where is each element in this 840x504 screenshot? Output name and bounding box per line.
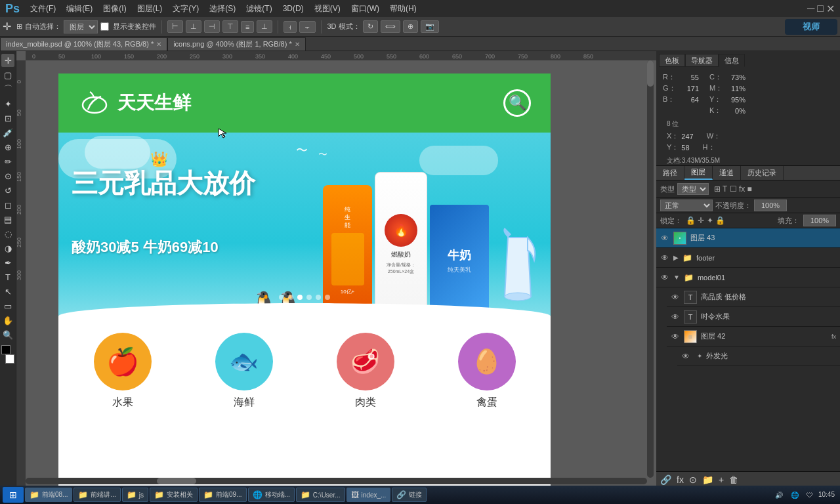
eye-model01[interactable]: 👁 — [660, 273, 669, 282]
align-bottom-btn[interactable]: ⊥ — [257, 20, 272, 33]
dot-3[interactable] — [297, 295, 303, 300]
eye-outer-glow[interactable]: 👁 — [681, 352, 690, 361]
category-seafood[interactable]: 🐟 海鲜 — [183, 326, 304, 416]
dot-5[interactable] — [316, 295, 321, 300]
scroll-x[interactable] — [26, 478, 647, 484]
align-right-btn[interactable]: ⊣ — [204, 20, 220, 33]
align-vmid-btn[interactable]: ≡ — [241, 21, 254, 33]
menu-text[interactable]: 文字(Y) — [167, 0, 204, 17]
hand-tool[interactable]: ✋ — [1, 314, 14, 327]
opacity-input[interactable] — [754, 200, 787, 211]
layer-item-42[interactable]: 👁 ▧ 图层 42 fx — [667, 327, 840, 346]
brush-tool[interactable]: ✏ — [1, 155, 14, 168]
layers-tab-layers[interactable]: 图层 — [684, 166, 713, 180]
layer-select[interactable]: 图层 — [64, 20, 98, 33]
eye-seasonal[interactable]: 👁 — [671, 312, 680, 322]
layer-item-outer-glow[interactable]: 👁 ✦ 外发光 — [677, 346, 840, 366]
layer-new-action[interactable]: + — [719, 474, 724, 485]
zoom-tool[interactable]: 🔍 — [1, 328, 14, 341]
tab-close-0[interactable]: ✕ — [156, 41, 161, 48]
arrow-footer[interactable]: ▶ — [673, 254, 679, 261]
taskbar-browser[interactable]: 🌐 移动端... — [248, 488, 295, 502]
crop-tool[interactable]: ⊡ — [1, 112, 14, 125]
start-button[interactable]: ⊞ — [3, 487, 24, 503]
background-color[interactable] — [5, 354, 14, 364]
show-transform-checkbox[interactable] — [100, 22, 109, 31]
3d-zoom-btn[interactable]: ⊕ — [403, 20, 418, 33]
eye-42[interactable]: 👁 — [671, 332, 680, 341]
layer-item-model01[interactable]: 👁 ▼ 📁 model01 — [656, 268, 840, 287]
layer-link-action[interactable]: 🔗 — [660, 474, 671, 485]
menu-file[interactable]: 文件(F) — [25, 0, 61, 17]
taskbar-folder-1[interactable]: 📁 前端08... — [25, 488, 72, 502]
layers-tab-paths[interactable]: 路径 — [656, 166, 684, 180]
menu-layer[interactable]: 图层(L) — [132, 0, 168, 17]
gradient-tool[interactable]: ▤ — [1, 213, 14, 226]
tab-swatches[interactable]: 色板 — [659, 54, 685, 67]
align-center-btn[interactable]: ⊥ — [186, 20, 201, 33]
fill-input[interactable] — [803, 215, 836, 226]
blend-mode-select[interactable]: 正常 — [660, 200, 713, 211]
path-select-tool[interactable]: ↖ — [1, 285, 14, 298]
dot-2[interactable] — [288, 295, 293, 300]
heal-tool[interactable]: ⊕ — [1, 140, 14, 154]
dot-4[interactable] — [306, 295, 312, 300]
eye-43[interactable]: 👁 — [660, 234, 669, 243]
layer-item-footer[interactable]: 👁 ▶ 📁 footer — [656, 248, 840, 268]
taskbar-folder-4[interactable]: 📁 安装相关 — [150, 488, 198, 502]
menu-view[interactable]: 视图(V) — [309, 0, 346, 17]
taskbar-folder-5[interactable]: 📁 前端09... — [199, 488, 246, 502]
layer-delete-action[interactable]: 🗑 — [729, 474, 738, 485]
taskbar-folder-2[interactable]: 📁 前端讲... — [74, 488, 120, 502]
menu-help[interactable]: 帮助(H) — [385, 0, 422, 17]
dist-horiz-btn[interactable]: ⫞ — [284, 21, 297, 33]
blur-tool[interactable]: ◌ — [1, 227, 14, 240]
close-button[interactable]: ✕ — [826, 3, 835, 15]
3d-pan-btn[interactable]: ⟺ — [381, 20, 400, 33]
dist-vert-btn[interactable]: ⫟ — [299, 21, 316, 33]
dot-6[interactable] — [325, 295, 330, 300]
taskbar-folder-3[interactable]: 📁 js — [122, 488, 148, 502]
tray-security[interactable]: 🛡 — [804, 492, 816, 499]
eraser-tool[interactable]: ◻ — [1, 198, 14, 211]
search-icon[interactable]: 🔍 — [503, 89, 531, 117]
layer-item-highquality[interactable]: 👁 T 高品质 低价格 — [667, 287, 840, 307]
menu-window[interactable]: 窗口(W) — [346, 0, 385, 17]
layer-mask-action[interactable]: ⊙ — [689, 474, 697, 485]
clone-tool[interactable]: ⊙ — [1, 169, 14, 182]
menu-edit[interactable]: 编辑(E) — [61, 0, 98, 17]
taskbar-explorer[interactable]: 📁 C:\User... — [296, 488, 345, 502]
tab-index-mobile[interactable]: index_mobile.psd @ 100% (图层 43, RGB/8) *… — [0, 37, 167, 51]
pen-tool[interactable]: ✒ — [1, 256, 14, 269]
3d-rotate-btn[interactable]: ↻ — [363, 20, 378, 33]
layers-tab-history[interactable]: 历史记录 — [741, 166, 784, 180]
dodge-tool[interactable]: ◑ — [1, 242, 14, 255]
shape-tool[interactable]: ▭ — [1, 299, 14, 312]
layers-tab-channels[interactable]: 通道 — [713, 166, 741, 180]
move-tool-icon[interactable]: ✛ — [3, 20, 11, 33]
tab-navigator[interactable]: 导航器 — [685, 54, 719, 67]
category-meat[interactable]: 🥩 肉类 — [304, 326, 426, 416]
tray-network[interactable]: 🌐 — [788, 492, 801, 499]
eye-highquality[interactable]: 👁 — [671, 293, 680, 302]
taskbar-ps[interactable]: 🖼 index_... — [346, 488, 391, 502]
menu-image[interactable]: 图像(I) — [98, 0, 131, 17]
scroll-y[interactable] — [647, 60, 654, 478]
eyedropper-tool[interactable]: 💉 — [1, 126, 14, 139]
eye-footer[interactable]: 👁 — [660, 253, 669, 262]
taskbar-links[interactable]: 🔗 链接 — [392, 488, 427, 502]
history-brush[interactable]: ↺ — [1, 184, 14, 197]
layer-group-action[interactable]: 📁 — [702, 474, 713, 485]
lasso-tool[interactable]: ⌒ — [1, 83, 14, 96]
filter-type-select[interactable]: 类型 — [677, 183, 709, 195]
foreground-color[interactable] — [1, 345, 10, 354]
text-tool[interactable]: T — [1, 270, 14, 284]
lock-icons[interactable]: 🔒 ✛ ✦ 🔒 — [686, 216, 725, 225]
tray-volume[interactable]: 🔊 — [772, 492, 786, 499]
color-swatches[interactable] — [1, 345, 14, 364]
tab-icons[interactable]: icons.png @ 400% (图层 1, RGB/8) * ✕ — [167, 37, 306, 51]
category-eggs[interactable]: 🥚 禽蛋 — [426, 326, 547, 416]
maximize-button[interactable]: □ — [817, 3, 824, 14]
menu-filter[interactable]: 滤镜(T) — [241, 0, 277, 17]
auto-select-icon[interactable]: ⊞ — [16, 22, 22, 31]
